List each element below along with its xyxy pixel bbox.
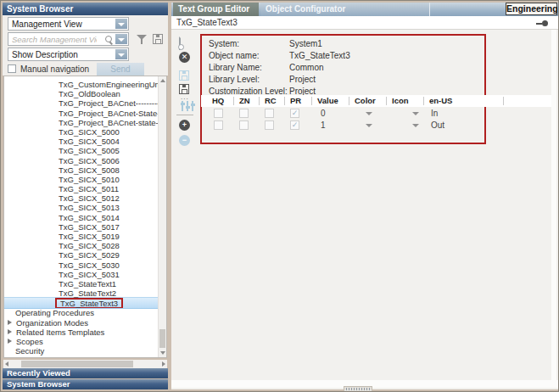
col-en-us: en-US [429,96,452,106]
tree-item[interactable]: TxG_SICX_5030 [4,260,158,270]
form-value: Project [289,74,316,85]
form-label: Library Level: [209,74,260,85]
pr-checkbox[interactable]: ✓ [290,120,299,130]
tree-item[interactable]: TxG_Project_BACnet-state-#1-state-s [4,118,158,127]
tree-item-level1[interactable]: Operating Procedures [4,308,158,317]
search-box[interactable] [8,32,129,46]
save-search-icon[interactable] [153,34,163,44]
tree-item[interactable]: TxG_SICX_5008 [4,165,158,175]
tree-item-level1[interactable]: Users [4,356,158,358]
view-selector-value: Management View [12,19,82,30]
scrollbar-thumb[interactable] [21,361,133,367]
tree-item-level1[interactable]: Security [4,346,158,356]
arrow-right-icon[interactable] [162,361,165,367]
search-icon [104,35,113,43]
chevron-down-icon [118,53,125,57]
color-dropdown-icon[interactable] [366,124,372,127]
tree-item[interactable]: TxG_SICX_5012 [4,193,158,203]
tab-text-group-editor[interactable]: Text Group Editor [173,3,259,16]
editor-tab-bar: Text Group Editor Object Configurator En… [171,3,558,16]
tree-item[interactable]: TxG_SICX_5010 [4,175,158,184]
zn-checkbox[interactable] [239,120,249,130]
filter-icon[interactable] [137,35,148,44]
scrollbar-thumb[interactable] [159,329,165,348]
save-as-icon[interactable]: ... [179,84,189,94]
engineering-mode-badge: Engineering [506,3,557,15]
search-input[interactable] [10,34,98,45]
tree-item[interactable]: TxG_SICX_5013 [4,203,158,212]
tree-item[interactable]: TxG_SICX_5004 [4,137,158,146]
col-pr: PR [290,96,301,106]
en-us-cell[interactable]: In [431,109,438,119]
system-browser-header[interactable]: System Browser [3,3,168,15]
tree-horizontal-scrollbar[interactable] [3,360,167,368]
col-value: Value [317,96,338,106]
value-cell[interactable]: 0 [321,109,326,119]
icon-dropdown-icon[interactable] [412,124,419,127]
browser-controls: Management View Show Description Manual … [3,15,168,76]
tree-item[interactable]: TxG_SICX_5017 [4,222,158,232]
arrow-left-icon[interactable] [5,361,8,367]
editor-right-scrollbar-track[interactable] [551,30,556,380]
tree-item[interactable]: TxG_Project_BACnet-State-1-State-2 [4,109,158,118]
rc-checkbox[interactable] [265,120,274,130]
recently-viewed-label: Recently Viewed [7,368,70,378]
tree-item[interactable]: TxG_OldBoolean [4,89,158,98]
expand-arrow-icon[interactable] [8,339,12,344]
system-tree: TxG_CustomEngineeringUnits TxG_OldBoolea… [3,76,167,358]
close-button[interactable]: ✕ [179,52,190,63]
search-dropdown-button[interactable] [115,34,127,44]
expand-arrow-icon[interactable] [8,320,12,325]
tree-item[interactable]: TxG_SICX_5028 [4,241,158,250]
color-dropdown-icon[interactable] [366,112,372,115]
form-label: System: [209,38,239,49]
column-separator [233,97,234,105]
tree-item[interactable]: TxG_SICX_5005 [4,146,158,155]
breadcrumb-row: TxG_StateText3 [171,16,558,30]
table-row: ✓ 1 Out [201,120,552,132]
send-button[interactable]: Send [97,63,144,76]
tree-item[interactable]: TxG_SICX_5014 [4,213,158,222]
tree-item[interactable]: TxG_SICX_5029 [4,250,158,260]
tree-item-selected[interactable]: TxG_StateText3 [4,297,158,309]
tree-item[interactable]: TxG_SICX_5019 [4,232,158,241]
zn-checkbox[interactable] [239,109,249,118]
tree-vertical-scrollbar[interactable] [158,76,166,357]
column-separator [386,97,387,105]
expand-arrow-icon[interactable] [8,329,12,334]
rc-checkbox[interactable] [265,109,274,118]
hq-checkbox[interactable] [214,120,223,130]
description-mode-value: Show Description [12,49,78,60]
hq-checkbox[interactable] [214,109,223,118]
system-browser-bottom-bar[interactable]: System Browser [3,379,168,389]
tree-item-level1[interactable]: Scopes [4,337,158,346]
recently-viewed-bar[interactable]: Recently Viewed [3,368,168,378]
pin-icon[interactable] [536,20,548,26]
value-cell[interactable]: 1 [321,120,326,131]
tree-item[interactable]: TxG_SICX_5031 [4,270,158,279]
arrow-down-icon [160,351,165,355]
splitter-grip[interactable] [344,386,372,392]
tree-item[interactable]: TxG_SICX_5000 [4,127,158,137]
column-separator [311,97,312,105]
tree-item[interactable]: TxG_StateText1 [4,279,158,288]
new-document-icon[interactable] [179,34,181,50]
view-selector-dropdown[interactable]: Management View [8,17,129,31]
scroll-up-button[interactable] [159,76,166,85]
tree-item-level1[interactable]: Related Items Templates [4,328,158,337]
pr-checkbox[interactable]: ✓ [290,109,299,118]
tree-item-level1[interactable]: Organization Modes [4,318,158,328]
tree-item[interactable]: TxG_SICX_5006 [4,156,158,165]
en-us-cell[interactable]: Out [431,120,444,131]
scroll-down-button[interactable] [159,349,166,357]
add-row-button[interactable]: + [179,120,190,131]
description-mode-dropdown[interactable]: Show Description [8,48,129,61]
tree-item[interactable]: TxG_Project_BACnet---------- [4,98,158,108]
description-dropdown-button[interactable] [115,49,127,59]
tab-object-configurator[interactable]: Object Configurator [260,3,430,16]
tree-item[interactable]: TxG_SICX_5011 [4,184,158,193]
manual-navigation-checkbox[interactable] [8,64,16,73]
icon-dropdown-icon[interactable] [412,112,419,115]
tree-item[interactable]: TxG_CustomEngineeringUnits [4,80,158,89]
view-selector-dropdown-button[interactable] [115,19,127,29]
